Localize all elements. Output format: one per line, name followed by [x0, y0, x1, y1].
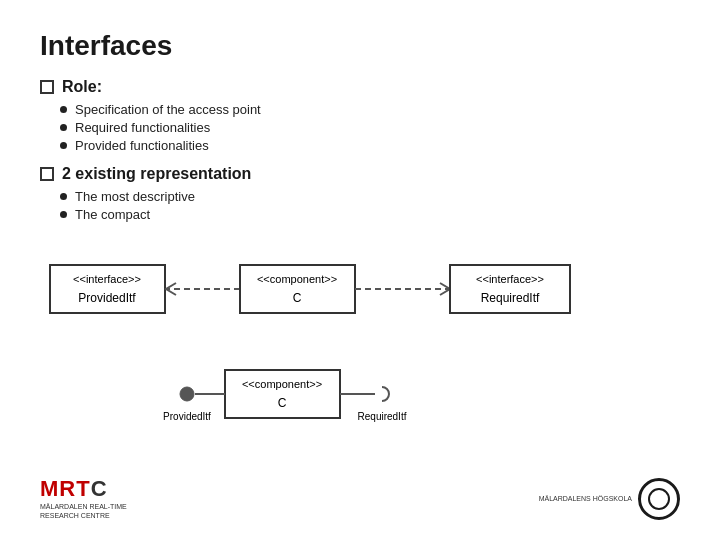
bullet-dot — [60, 211, 67, 218]
malardalen-text: MÄLARDALENS HÖGSKOLA — [539, 494, 632, 504]
bullet-dot — [60, 142, 67, 149]
checkbox-icon — [40, 80, 54, 94]
representation-label: 2 existing representation — [40, 165, 680, 183]
slide: Interfaces Role: Specification of the ac… — [0, 0, 720, 540]
bullet-item: Specification of the access point — [60, 102, 680, 117]
mrtc-text: MRTC — [40, 476, 108, 502]
bullet-item: The most descriptive — [60, 189, 680, 204]
svg-text:<<interface>>: <<interface>> — [476, 273, 544, 285]
bullet-dot — [60, 106, 67, 113]
representation-bullets: The most descriptive The compact — [40, 189, 680, 222]
bullet-dot — [60, 124, 67, 131]
diagram-svg: <<interface>> ProvidedItf <<component>> … — [40, 250, 680, 450]
svg-text:ProvidedItf: ProvidedItf — [163, 411, 211, 422]
slide-title: Interfaces — [40, 30, 680, 62]
bullet-item: Provided functionalities — [60, 138, 680, 153]
malardalen-circle-icon — [638, 478, 680, 520]
mrtc-subtitle: MÄLARDALEN REAL-TIMERESEARCH CENTRE — [40, 502, 127, 520]
representation-section: 2 existing representation The most descr… — [40, 165, 680, 222]
malardalen-logo: MÄLARDALENS HÖGSKOLA — [539, 478, 680, 520]
svg-text:RequiredItf: RequiredItf — [481, 291, 540, 305]
role-label: Role: — [40, 78, 680, 96]
mrtc-logo: MRTC MÄLARDALEN REAL-TIMERESEARCH CENTRE — [40, 476, 127, 520]
bullet-dot — [60, 193, 67, 200]
svg-text:C: C — [278, 396, 287, 410]
checkbox-icon — [40, 167, 54, 181]
svg-text:<<component>>: <<component>> — [257, 273, 337, 285]
svg-text:ProvidedItf: ProvidedItf — [78, 291, 136, 305]
svg-text:<<component>>: <<component>> — [242, 378, 322, 390]
role-bullets: Specification of the access point Requir… — [40, 102, 680, 153]
bullet-item: Required functionalities — [60, 120, 680, 135]
svg-point-15 — [180, 387, 194, 401]
svg-text:<<interface>>: <<interface>> — [73, 273, 141, 285]
svg-text:C: C — [293, 291, 302, 305]
role-section: Role: Specification of the access point … — [40, 78, 680, 153]
bullet-item: The compact — [60, 207, 680, 222]
uml-diagram: <<interface>> ProvidedItf <<component>> … — [40, 250, 680, 460]
svg-text:RequiredItf: RequiredItf — [358, 411, 407, 422]
